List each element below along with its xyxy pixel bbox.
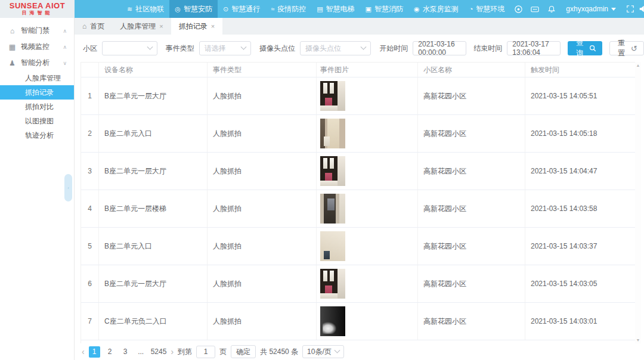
table-row[interactable]: 3 B座二单元一层大厅 人脸抓拍 高新花园小区 2021-03-15 14:04…	[81, 153, 635, 190]
brand-logo: SUNSEA AIOT 日海智能	[0, 0, 75, 18]
main-layout: ⌂ 智能门禁 ∧ ▦ 视频监控 ∧ ♟ 智能分析 ∨ 人脸库管理 抓拍记录 抓拍…	[0, 18, 644, 360]
table-row[interactable]: 1 B座二单元一层大厅 人脸抓拍 高新花园小区 2021-03-15 14:05…	[81, 77, 635, 115]
reset-icon: ↺	[631, 44, 637, 53]
content-area: ⌂ 首页 人脸库管理 × 抓拍记录 × 小区 事件类型 请选择	[75, 18, 644, 360]
fullscreen-icon[interactable]	[622, 0, 639, 18]
camera-select[interactable]: 摄像头点位	[300, 41, 371, 55]
sidebar-group-label: 智能门禁	[21, 26, 49, 36]
community-select[interactable]	[102, 41, 157, 55]
nav-item-epidemic-control[interactable]: ≈ 疫情防控	[265, 0, 311, 18]
page-size-select[interactable]: 10条/页	[302, 345, 344, 358]
smart-elevator-icon: ▤	[317, 5, 323, 13]
start-time-input[interactable]: 2021-03-16 00:00:00	[413, 41, 466, 55]
close-icon[interactable]: ×	[211, 23, 215, 30]
end-time-value: 2021-03-17 13:06:04	[512, 40, 555, 57]
tab-capture-records[interactable]: 抓拍记录 ×	[171, 18, 222, 35]
row-event-image-cell	[317, 77, 418, 114]
goto-page-input[interactable]	[196, 346, 215, 358]
search-button[interactable]: 查询	[568, 41, 602, 55]
event-snapshot-thumbnail[interactable]	[320, 81, 345, 111]
top-nav: ≋ 社区物联 ◎ 智慧安防 ⊙ 智慧通行 ≈ 疫情防控 ▤ 智慧电梯 ▣ 智慧消…	[75, 0, 644, 18]
row-index: 1	[81, 77, 99, 114]
message-panel-icon[interactable]	[527, 0, 543, 18]
tab-home[interactable]: ⌂ 首页	[75, 18, 112, 35]
table-scrollbar[interactable]: ▲ ▼	[635, 62, 641, 343]
page-button-2[interactable]: 2	[104, 346, 116, 358]
nav-item-smart-fire[interactable]: ▣ 智慧消防	[360, 0, 408, 18]
prev-page-icon[interactable]: ‹	[82, 347, 85, 356]
nav-item-smart-security[interactable]: ◎ 智慧安防	[169, 0, 218, 18]
brand-logo-text: SUNSEA AIOT	[10, 2, 65, 10]
row-event-type: 人脸抓拍	[208, 228, 317, 265]
end-time-label: 结束时间	[473, 44, 502, 54]
table-row[interactable]: 6 B座二单元一层大厅 人脸抓拍 高新花园小区 2021-03-15 14:03…	[81, 265, 635, 303]
page-ellipsis[interactable]: ...	[135, 346, 147, 358]
home-icon: ⌂	[82, 22, 86, 30]
sidebar-group-smart-analysis[interactable]: ♟ 智能分析 ∨	[0, 55, 74, 71]
end-time-input[interactable]: 2021-03-17 13:06:04	[507, 41, 561, 55]
scroll-up-icon[interactable]: ▲	[636, 63, 640, 67]
event-snapshot-thumbnail[interactable]	[320, 156, 345, 186]
event-snapshot-thumbnail[interactable]	[320, 269, 345, 299]
door-access-icon: ⌂	[8, 27, 16, 35]
tab-face-library[interactable]: 人脸库管理 ×	[112, 18, 171, 35]
sidebar-collapse-handle[interactable]: ‹	[64, 174, 72, 201]
event-snapshot-thumbnail[interactable]	[320, 119, 345, 148]
event-snapshot-thumbnail[interactable]	[320, 306, 345, 336]
header-event-image: 事件图片	[317, 63, 418, 77]
reset-button[interactable]: 重置 ↺	[609, 41, 644, 55]
event-type-select[interactable]: 请选择	[199, 41, 251, 55]
table-row[interactable]: 2 B座二单元入口 人脸抓拍 高新花园小区 2021-03-15 14:05:1…	[81, 115, 635, 153]
user-menu[interactable]: gxhyxqadmin	[560, 0, 622, 18]
goto-confirm-button[interactable]: 确定	[231, 345, 256, 358]
page-button-1[interactable]: 1	[89, 346, 100, 358]
person-analysis-icon: ♟	[8, 59, 16, 67]
sidebar-group-label: 视频监控	[21, 42, 49, 52]
sidebar-item-capture-compare[interactable]: 抓拍对比	[0, 100, 74, 114]
sidebar-group-video-monitor[interactable]: ▦ 视频监控 ∧	[0, 39, 74, 55]
notification-bell-icon[interactable]	[543, 0, 560, 18]
epidemic-control-icon: ≈	[271, 5, 274, 13]
chevron-up-icon: ∧	[63, 44, 67, 50]
nav-item-smart-environment[interactable]: ◔ 智慧环境	[464, 0, 510, 18]
row-community-name: 高新花园小区	[418, 115, 525, 152]
app-center-icon[interactable]	[510, 0, 527, 18]
sidebar-item-face-library[interactable]: 人脸库管理	[0, 71, 74, 85]
page-size-value: 10条/页	[307, 347, 332, 357]
sidebar-item-capture-records[interactable]: 抓拍记录	[0, 85, 74, 100]
table-row[interactable]: 7 C座二单元负二入口 人脸抓拍 高新花园小区 2021-03-15 14:03…	[81, 303, 635, 340]
video-monitor-icon: ▦	[8, 43, 16, 51]
pagination-bar: ‹ 1 2 3 ... 5245 › 到第 页 确定 共 52450 条 10条…	[75, 343, 644, 360]
sidebar-item-track-analysis[interactable]: 轨迹分析	[0, 128, 74, 142]
sidebar-item-image-search[interactable]: 以图搜图	[0, 114, 74, 128]
smart-fire-icon: ▣	[366, 5, 371, 13]
row-event-type: 人脸抓拍	[208, 115, 317, 152]
close-icon[interactable]: ×	[159, 23, 163, 30]
chevron-down-icon	[241, 44, 247, 49]
next-page-icon[interactable]: ›	[171, 347, 174, 356]
chevron-down-icon	[611, 8, 616, 11]
row-event-type: 人脸抓拍	[208, 265, 317, 302]
username: gxhyxqadmin	[566, 5, 608, 13]
nav-item-community-iot[interactable]: ≋ 社区物联	[122, 0, 169, 18]
nav-item-pump-room-monitor[interactable]: ◉ 水泵房监测	[408, 0, 464, 18]
nav-item-smart-elevator[interactable]: ▤ 智慧电梯	[311, 0, 360, 18]
table-row[interactable]: 4 B座二单元一层楼梯 人脸抓拍 高新花园小区 2021-03-15 14:03…	[81, 190, 635, 228]
nav-item-smart-access[interactable]: ⊙ 智慧通行	[218, 0, 265, 18]
page-button-3[interactable]: 3	[120, 346, 131, 358]
tab-bar: ⌂ 首页 人脸库管理 × 抓拍记录 ×	[75, 18, 644, 35]
camera-select-placeholder: 摄像头点位	[305, 44, 358, 54]
row-event-image-cell	[317, 190, 418, 227]
nav-label: 智慧安防	[184, 4, 212, 14]
table-row[interactable]: 5 B座二单元入口 人脸抓拍 高新花园小区 2021-03-15 14:03:3…	[81, 228, 635, 265]
row-trigger-time: 2021-03-15 14:04:47	[525, 153, 635, 190]
event-snapshot-thumbnail[interactable]	[320, 231, 345, 261]
page-button-last[interactable]: 5245	[151, 346, 167, 358]
event-type-filter-label: 事件类型	[166, 44, 194, 54]
row-event-type: 人脸抓拍	[208, 190, 317, 227]
announcement-icon[interactable]	[639, 0, 644, 18]
scroll-down-icon[interactable]: ▼	[636, 338, 640, 342]
row-event-image-cell	[317, 228, 418, 265]
event-snapshot-thumbnail[interactable]	[320, 194, 345, 224]
sidebar-group-door-access[interactable]: ⌂ 智能门禁 ∧	[0, 23, 74, 39]
